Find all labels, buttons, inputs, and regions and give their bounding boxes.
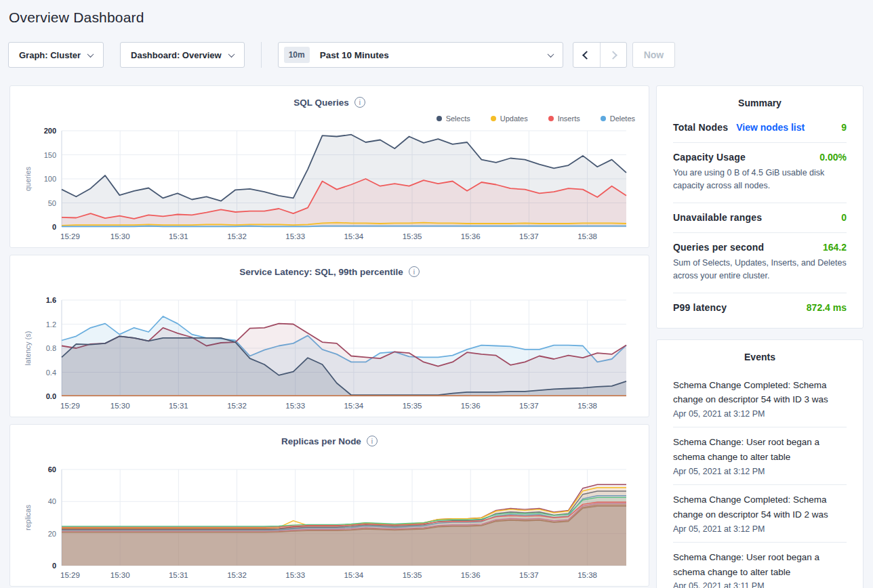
- summary-value: 9: [841, 122, 847, 133]
- event-text: Schema Change Completed: Schema change o…: [673, 492, 847, 522]
- replicas-chart-plot[interactable]: 020406015:2915:3015:3115:3215:3315:3415:…: [21, 465, 639, 582]
- summary-label: Queries per second: [673, 242, 764, 253]
- graph-dropdown[interactable]: Graph: Cluster: [8, 42, 104, 68]
- legend-dot-icon: [491, 116, 496, 121]
- svg-text:100: 100: [44, 175, 56, 183]
- svg-text:15:29: 15:29: [60, 402, 80, 410]
- chart-title: Replicas per Node: [281, 436, 361, 446]
- legend-item[interactable]: Updates: [491, 114, 528, 123]
- chevron-down-icon: [228, 51, 235, 58]
- svg-text:15:31: 15:31: [169, 402, 188, 410]
- event-item[interactable]: Schema Change Completed: Schema change o…: [673, 484, 847, 542]
- svg-text:15:30: 15:30: [110, 402, 130, 410]
- chart-panel-service-latency: Service Latency: SQL, 99th percentile 0.…: [9, 255, 649, 417]
- summary-description: You are using 0 B of 4.5 GiB usable disk…: [673, 167, 847, 193]
- summary-description: Sum of Selects, Updates, Inserts, and De…: [673, 257, 847, 283]
- chart-legend: [21, 280, 638, 296]
- svg-text:0.0: 0.0: [46, 392, 56, 400]
- svg-text:15:37: 15:37: [519, 571, 539, 579]
- svg-text:15:34: 15:34: [344, 232, 363, 240]
- time-range-badge: 10m: [284, 47, 310, 63]
- svg-text:1.6: 1.6: [46, 296, 56, 304]
- summary-row-unavailable-ranges: Unavailable ranges 0: [673, 203, 847, 232]
- svg-text:0: 0: [52, 223, 56, 231]
- svg-text:15:31: 15:31: [169, 232, 188, 240]
- svg-text:15:36: 15:36: [461, 232, 481, 240]
- event-timestamp: Apr 05, 2021 at 3:12 PM: [673, 524, 847, 534]
- svg-text:15:35: 15:35: [403, 571, 422, 579]
- svg-text:0: 0: [52, 562, 56, 570]
- info-icon[interactable]: [367, 436, 378, 446]
- summary-value: 0.00%: [819, 152, 847, 163]
- svg-text:15:38: 15:38: [577, 571, 597, 579]
- summary-value: 872.4 ms: [807, 302, 847, 313]
- legend-dot-icon: [548, 116, 554, 121]
- svg-text:1.2: 1.2: [46, 320, 56, 329]
- svg-text:15:31: 15:31: [169, 571, 188, 579]
- svg-text:replicas: replicas: [24, 505, 32, 530]
- svg-text:50: 50: [48, 199, 56, 207]
- dashboard-dropdown[interactable]: Dashboard: Overview: [120, 42, 245, 68]
- svg-text:latency (s): latency (s): [24, 331, 32, 366]
- event-timestamp: Apr 05, 2021 at 3:12 PM: [673, 467, 847, 476]
- chart-header: Service Latency: SQL, 99th percentile: [21, 264, 638, 280]
- chevron-down-icon: [547, 51, 554, 58]
- svg-text:150: 150: [44, 151, 56, 159]
- summary-label: P99 latency: [673, 302, 727, 313]
- svg-text:15:36: 15:36: [461, 571, 481, 579]
- dashboard-dropdown-label: Dashboard: Overview: [131, 50, 222, 60]
- time-range-dropdown[interactable]: 10m Past 10 Minutes: [278, 42, 563, 68]
- event-timestamp: Apr 05, 2021 at 3:12 PM: [673, 409, 847, 419]
- svg-text:60: 60: [48, 465, 56, 474]
- summary-row-p99-latency: P99 latency 872.4 ms: [673, 293, 847, 322]
- svg-text:40: 40: [48, 497, 56, 505]
- svg-text:0.4: 0.4: [46, 369, 56, 377]
- chart-legend: [21, 449, 638, 465]
- event-item[interactable]: Schema Change: User root began a schema …: [673, 427, 847, 484]
- chevron-right-icon: [609, 51, 617, 60]
- chart-header: Replicas per Node: [21, 433, 638, 449]
- chart-panel-replicas-per-node: Replicas per Node 020406015:2915:3015:31…: [9, 424, 649, 587]
- graph-dropdown-label: Graph: Cluster: [19, 50, 81, 60]
- event-timestamp: Apr 05, 2021 at 3:11 PM: [673, 581, 847, 588]
- svg-text:15:35: 15:35: [403, 232, 422, 240]
- svg-text:15:32: 15:32: [227, 402, 247, 410]
- svg-text:15:29: 15:29: [60, 571, 80, 579]
- svg-text:200: 200: [44, 127, 56, 135]
- svg-text:15:36: 15:36: [461, 402, 481, 410]
- info-icon[interactable]: [409, 266, 420, 277]
- svg-text:15:29: 15:29: [60, 232, 80, 240]
- time-range-label: Past 10 Minutes: [320, 50, 389, 60]
- svg-text:15:32: 15:32: [227, 571, 247, 579]
- summary-row-total-nodes: Total Nodes View nodes list 9: [673, 117, 847, 142]
- svg-text:20: 20: [48, 530, 56, 538]
- legend-dot-icon: [601, 116, 606, 121]
- sql-queries-chart-plot[interactable]: 05010015020015:2915:3015:3115:3215:3315:…: [21, 127, 639, 243]
- legend-item[interactable]: Selects: [436, 114, 470, 123]
- next-time-button[interactable]: [600, 43, 626, 67]
- now-button[interactable]: Now: [632, 42, 676, 68]
- events-title: Events: [673, 340, 847, 371]
- event-item[interactable]: Schema Change Completed: Schema change o…: [673, 371, 847, 427]
- summary-label: Total Nodes: [673, 122, 728, 133]
- chart-title: SQL Queries: [293, 98, 349, 108]
- prev-time-button[interactable]: [573, 43, 600, 67]
- svg-text:15:38: 15:38: [577, 232, 597, 240]
- summary-label: Unavailable ranges: [673, 212, 762, 223]
- legend-item[interactable]: Inserts: [548, 114, 580, 123]
- summary-row-capacity-usage: Capacity Usage 0.00% You are using 0 B o…: [673, 142, 847, 203]
- svg-text:queries: queries: [24, 166, 32, 191]
- legend-item[interactable]: Deletes: [601, 114, 635, 123]
- service-latency-chart-plot[interactable]: 0.00.40.81.21.615:2915:3015:3115:3215:33…: [21, 296, 639, 413]
- svg-text:15:35: 15:35: [403, 402, 422, 410]
- view-nodes-list-link[interactable]: View nodes list: [736, 122, 805, 133]
- event-item[interactable]: Schema Change: User root began a schema …: [673, 542, 847, 588]
- sidebar: Summary Total Nodes View nodes list 9 Ca…: [656, 85, 864, 588]
- summary-value: 164.2: [823, 242, 847, 253]
- svg-text:15:34: 15:34: [344, 571, 363, 579]
- overview-dashboard-page: Overview Dashboard Graph: Cluster Dashbo…: [0, 0, 873, 588]
- svg-text:15:30: 15:30: [110, 232, 130, 240]
- summary-label: Capacity Usage: [673, 152, 746, 163]
- chart-header: SQL Queries: [21, 94, 638, 110]
- info-icon[interactable]: [354, 97, 365, 108]
